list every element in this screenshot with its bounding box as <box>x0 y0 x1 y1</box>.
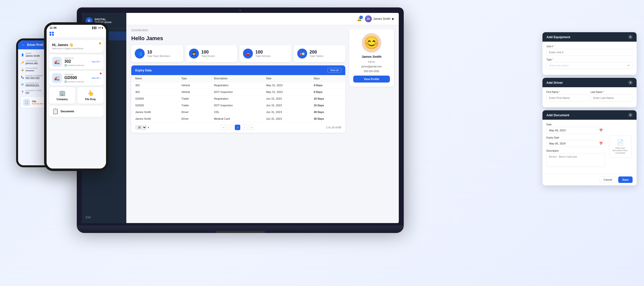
expiry-input-wrapper: 📅 <box>546 140 605 147</box>
calendar-icon: 📅 <box>599 129 603 132</box>
table-row: James Smith Driver CDL Jun 31, 2023 30 D… <box>131 109 345 116</box>
username-value: jamess.abc <box>26 62 38 65</box>
upload-icon: 📄 <box>617 139 624 146</box>
table-row: James Smith Driver Medical Card Jun 31, … <box>131 116 345 122</box>
see-all-vehicle[interactable]: See All > <box>92 61 100 63</box>
col-description: Description <box>210 75 262 82</box>
save-button[interactable]: Save <box>618 176 632 183</box>
type-select[interactable]: Select an option <box>546 62 632 69</box>
trailers-stat-icon: 🚛 <box>297 49 307 59</box>
modal-driver-header: Add Driver ✕ <box>542 78 636 87</box>
expiry-calendar-icon: 📅 <box>599 142 603 145</box>
view-all-button[interactable]: View all <box>328 68 341 73</box>
user-menu[interactable]: JS James Smith ▾ <box>365 15 394 22</box>
last-name-label: Last Name * <box>590 91 632 93</box>
description-input[interactable] <box>546 153 605 167</box>
drop-zone[interactable]: 📄 Drop your document here, or browse <box>609 136 631 158</box>
modal-document-close[interactable]: ✕ <box>628 113 632 117</box>
date-input[interactable] <box>546 127 605 134</box>
profile-sidebar: James Smith Admin james@gmail.com 555-55… <box>349 29 394 219</box>
alert-dot <box>100 73 102 74</box>
table-header-row: Name Type Description Date Days <box>131 75 345 82</box>
cell-type: Vehicle <box>177 82 210 89</box>
cell-date: Jun 15, 2023 <box>262 102 310 109</box>
laptop-screen: D DIGITALPERMIT BOOK 🏠 Dashboard 🚛 Equip… <box>82 13 399 223</box>
drivers-stat-icon: 🧑‍✈️ <box>189 49 199 59</box>
profile-name: James Smith <box>362 55 382 59</box>
company-action[interactable]: 🏢 Company <box>49 87 75 104</box>
type-required: * <box>552 58 553 61</box>
modal-driver-title: Add Driver <box>546 81 563 85</box>
modal-driver-close[interactable]: ✕ <box>628 80 632 85</box>
expiry-label: Expiry Date <box>546 136 605 139</box>
scene: ← Driver Profi 👤 Name James Smith 🔑 <box>0 0 644 286</box>
password-label: Password <box>26 67 38 69</box>
profile-email: james@gmail.com <box>362 65 382 68</box>
last-name-input[interactable] <box>590 94 632 101</box>
unit-form-group: Unit # * <box>546 45 632 56</box>
dashboard-left: DASHBOARD Hello James 👥 10 Total Team Me… <box>131 29 345 219</box>
stat-team-info: 10 Total Team Members <box>147 50 170 58</box>
view-profile-button[interactable]: View Profile <box>353 76 390 83</box>
team-icon: 👥 <box>135 49 145 59</box>
cell-type: Trailer <box>177 102 210 109</box>
trailer-updated: 🔄 Updated yesterday <box>64 81 84 83</box>
filedrop-action[interactable]: 👆 File Drop <box>77 87 104 104</box>
cell-description: Medical Card <box>210 116 262 122</box>
unit-input[interactable] <box>546 49 632 56</box>
company-label: Company <box>56 98 68 101</box>
exit-button[interactable]: Exit <box>82 212 126 223</box>
modal-equipment-close[interactable]: ✕ <box>628 35 632 39</box>
trailer-type: TRAILER <box>64 73 84 76</box>
per-page-select[interactable]: 10 25 50 <box>135 125 147 130</box>
first-name-group: First Name * <box>546 91 588 101</box>
last-page-btn[interactable]: » <box>249 125 254 130</box>
battery-icon: ▮ <box>102 27 103 29</box>
vehicle-updated: 🔄 Updated yesterday <box>64 64 84 66</box>
cell-name: 302 <box>131 89 177 95</box>
cell-name: GD500 <box>131 95 177 102</box>
notification-bell[interactable]: 🔔 1 <box>357 17 362 21</box>
modal-add-driver: Add Driver ✕ First Name * Last Name <box>542 78 636 107</box>
modal-document-body: Date 📅 Expiry Date 📅 <box>542 120 636 174</box>
date-label: Date <box>546 123 605 126</box>
phone-value: 555-555-555 <box>26 77 42 80</box>
dashboard-body: DASHBOARD Hello James 👥 10 Total Team Me… <box>126 25 399 223</box>
documents-card[interactable]: 📋 Documents <box>49 106 104 117</box>
first-page-btn[interactable]: « <box>221 125 226 130</box>
trailer-card-gd500[interactable]: 🚛 TRAILER GD500 🔄 Updated yesterday See … <box>49 71 104 86</box>
see-all-trailer[interactable]: See All > <box>92 77 100 79</box>
cell-description: Registration <box>210 82 262 89</box>
date-input-wrapper: 📅 <box>546 127 605 134</box>
user-name-topbar: James Smith <box>373 17 390 21</box>
cell-date: Jun 31, 2023 <box>262 109 310 116</box>
prev-page-btn[interactable]: ‹ <box>228 125 233 130</box>
vehicles-stat-icon: 🚗 <box>243 49 253 59</box>
vehicle-number: 302 <box>64 59 84 64</box>
add-document-body: Date 📅 Expiry Date 📅 <box>546 123 632 170</box>
stat-trailers-info: 200 Total Trailers <box>310 50 324 58</box>
last-name-required: * <box>603 91 604 93</box>
documents-icon: 📋 <box>52 108 59 115</box>
back-icon[interactable]: ← <box>22 43 25 47</box>
app-logo-dots <box>50 32 54 36</box>
first-name-input[interactable] <box>546 94 588 101</box>
cell-days: 0 Days <box>310 82 345 89</box>
cell-days: 30 Days <box>310 109 345 116</box>
type-label: Type * <box>546 58 632 61</box>
doc-icon: 📋 <box>25 101 28 104</box>
documents-label: Documents <box>61 110 74 113</box>
cell-date: Jun 15, 2023 <box>262 95 310 102</box>
cancel-button[interactable]: Cancel <box>600 176 616 183</box>
signal-icon: ▌▌▌ <box>92 27 97 29</box>
next-page-btn[interactable]: › <box>242 125 247 130</box>
cell-date: Jun 31, 2023 <box>262 116 310 122</box>
page-1-btn[interactable]: 1 <box>235 125 240 130</box>
chevron-per-page-icon: ▾ <box>148 126 149 129</box>
modal-document-footer: Cancel Save <box>542 174 636 185</box>
expiry-input[interactable] <box>546 140 605 147</box>
trailer-icon: 🚛 <box>52 73 62 83</box>
first-name-label: First Name * <box>546 91 588 93</box>
vehicle-card-302[interactable]: 🚛 VEHICLE 302 🔄 Updated yesterday See Al… <box>49 54 104 69</box>
top-bar: 🔔 1 JS James Smith ▾ <box>126 13 399 25</box>
